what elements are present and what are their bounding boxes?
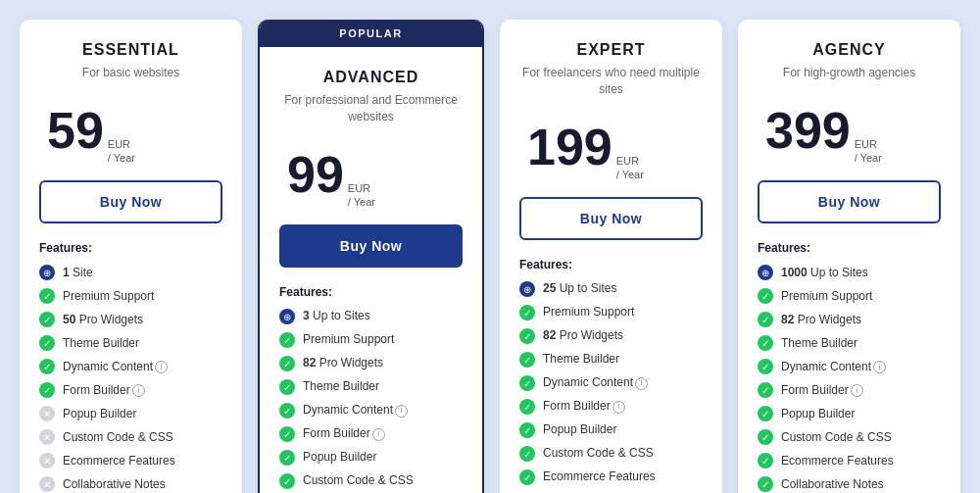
- price-amount: 199: [527, 122, 612, 173]
- feature-text: 1000 Up to Sites: [781, 266, 868, 281]
- info-icon[interactable]: i: [395, 405, 408, 418]
- price-currency: EUR: [855, 137, 882, 151]
- info-icon[interactable]: i: [635, 377, 648, 390]
- feature-item: ✓ 82 Pro Widgets: [519, 328, 703, 344]
- plan-name: ADVANCED: [279, 69, 463, 86]
- info-icon[interactable]: i: [372, 428, 385, 441]
- feature-text: Form Builderi: [543, 399, 625, 415]
- feature-status-icon: ✓: [758, 476, 773, 492]
- info-icon[interactable]: i: [851, 384, 863, 397]
- feature-text: Form Builderi: [303, 426, 385, 442]
- feature-status-icon: ✓: [279, 356, 295, 371]
- feature-item: ✓ Ecommerce Features: [519, 469, 703, 485]
- feature-status-icon: ✓: [279, 426, 295, 442]
- feature-text: 50 Pro Widgets: [63, 313, 143, 328]
- feature-item: ✓ Theme Builder: [279, 379, 463, 395]
- feature-item: ✓ 82 Pro Widgets: [758, 312, 941, 327]
- plan-card-advanced: POPULAR ADVANCED For professional and Ec…: [258, 20, 484, 493]
- feature-status-icon: ✓: [519, 446, 535, 462]
- feature-text: Ecommerce Features: [543, 469, 656, 485]
- info-icon[interactable]: i: [873, 361, 886, 373]
- plan-header: AGENCY For high-growth agencies: [738, 20, 960, 91]
- feature-status-icon: ✓: [758, 429, 773, 445]
- feature-text: 25 Up to Sites: [543, 281, 616, 297]
- feature-item: ✓ Premium Support: [279, 332, 463, 348]
- plan-price-section: 399 EUR / Year: [738, 91, 960, 181]
- feature-status-icon: ✓: [519, 352, 535, 368]
- price-currency: EUR: [348, 181, 375, 195]
- feature-text: 1 Site: [63, 266, 93, 281]
- feature-item: ✓ Dynamic Contenti: [279, 403, 463, 419]
- feature-text: Premium Support: [303, 332, 394, 348]
- feature-text: Popup Builder: [781, 407, 855, 422]
- feature-text: Dynamic Contenti: [543, 375, 648, 391]
- features-section: Features: ⊕ 1000 Up to Sites ✓ Premium S…: [738, 241, 960, 492]
- feature-status-icon: ✓: [758, 453, 773, 468]
- price-period: / Year: [855, 151, 882, 165]
- price-details: EUR / Year: [855, 137, 882, 166]
- feature-text: Collaborative Notes: [63, 477, 166, 493]
- feature-status-icon: ⊕: [39, 265, 55, 280]
- info-icon[interactable]: i: [155, 361, 168, 373]
- feature-text: Ecommerce Features: [63, 454, 175, 469]
- feature-status-icon: ✓: [279, 379, 295, 395]
- buy-now-button[interactable]: Buy Now: [758, 180, 941, 223]
- plan-description: For basic websites: [39, 65, 222, 81]
- feature-item: ⊕ 1000 Up to Sites: [758, 265, 941, 280]
- feature-text: Custom Code & CSS: [63, 430, 173, 446]
- buy-now-button[interactable]: Buy Now: [519, 197, 703, 240]
- feature-text: Premium Support: [63, 289, 154, 305]
- feature-item: ✓ Dynamic Contenti: [519, 375, 703, 391]
- feature-item: ⊕ 25 Up to Sites: [519, 281, 703, 297]
- buy-now-button[interactable]: Buy Now: [39, 180, 222, 223]
- price-details: EUR / Year: [616, 154, 644, 182]
- feature-text: Premium Support: [781, 289, 872, 305]
- price-period: / Year: [108, 151, 135, 165]
- price-amount: 399: [765, 105, 851, 156]
- feature-item: ✓ 82 Pro Widgets: [279, 356, 463, 371]
- feature-status-icon: ✕: [39, 476, 55, 492]
- feature-item: ✓ Dynamic Contenti: [758, 359, 941, 374]
- feature-status-icon: ✓: [519, 469, 535, 485]
- feature-text: Theme Builder: [781, 336, 858, 352]
- buy-now-section: Buy Now: [20, 180, 242, 241]
- plan-card-agency: AGENCY For high-growth agencies 399 EUR …: [738, 20, 960, 493]
- plan-header: ADVANCED For professional and Ecommerce …: [260, 47, 482, 135]
- plan-price-section: 99 EUR / Year: [260, 135, 482, 225]
- feature-status-icon: ⊕: [519, 281, 535, 297]
- feature-status-icon: ⊕: [279, 309, 295, 324]
- popular-badge: POPULAR: [260, 20, 482, 47]
- plan-card-expert: EXPERT For freelancers who need multiple…: [500, 20, 722, 493]
- feature-item: ✓ Form Builderi: [39, 382, 222, 398]
- features-section: Features: ⊕ 1 Site ✓ Premium Support ✓ 5…: [20, 241, 242, 492]
- feature-status-icon: ✕: [39, 453, 55, 468]
- feature-text: Popup Builder: [63, 407, 136, 422]
- feature-status-icon: ✓: [279, 332, 295, 348]
- feature-item: ✓ Form Builderi: [519, 399, 703, 415]
- feature-text: Popup Builder: [303, 450, 376, 466]
- features-label: Features:: [39, 241, 222, 255]
- features-label: Features:: [519, 258, 703, 271]
- plan-header: EXPERT For freelancers who need multiple…: [500, 20, 722, 108]
- feature-text: Form Builderi: [63, 383, 145, 399]
- price-row: 59 EUR / Year: [47, 105, 222, 166]
- plan-name: EXPERT: [519, 41, 703, 59]
- price-details: EUR / Year: [108, 137, 135, 166]
- feature-status-icon: ✓: [758, 288, 773, 304]
- feature-text: 3 Up to Sites: [303, 309, 370, 324]
- pricing-container: ESSENTIAL For basic websites 59 EUR / Ye…: [20, 20, 960, 493]
- info-icon[interactable]: i: [132, 384, 145, 397]
- buy-now-button[interactable]: Buy Now: [279, 224, 463, 268]
- feature-item: ✓ Theme Builder: [519, 352, 703, 368]
- buy-now-section: Buy Now: [738, 180, 960, 241]
- features-label: Features:: [279, 285, 463, 299]
- feature-text: Theme Builder: [63, 336, 139, 352]
- feature-status-icon: ✓: [519, 375, 535, 391]
- feature-status-icon: ✓: [279, 403, 295, 419]
- info-icon[interactable]: i: [612, 401, 625, 414]
- feature-status-icon: ✓: [758, 359, 773, 374]
- feature-item: ✓ Theme Builder: [758, 335, 941, 351]
- feature-text: 82 Pro Widgets: [543, 328, 623, 344]
- feature-text: Dynamic Contenti: [303, 403, 408, 419]
- plan-description: For high-growth agencies: [758, 65, 941, 81]
